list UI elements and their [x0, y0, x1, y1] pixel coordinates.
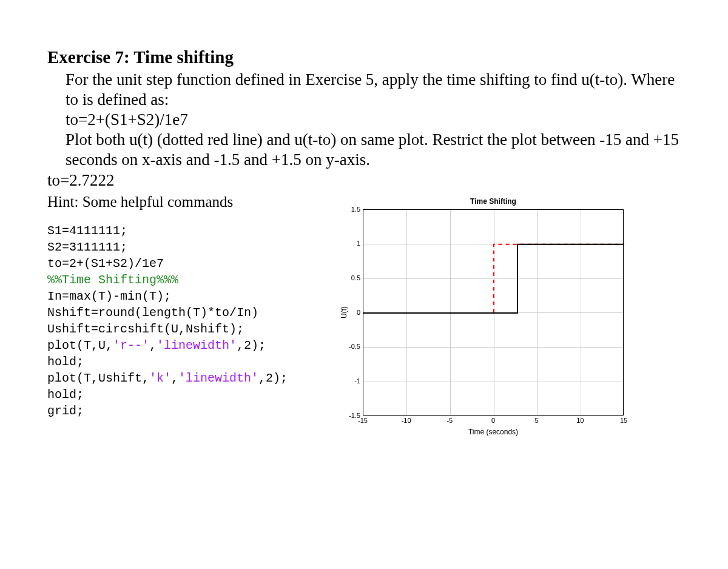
code-line: In=max(T)-min(T); [47, 288, 314, 305]
code-line: Ushift=circshift(U,Nshift); [47, 321, 314, 337]
exercise-heading: Exercise 7: Time shifting [47, 47, 684, 67]
lower-section: S1=4111111; S2=3111111; to=2+(S1+S2)/1e7… [47, 223, 684, 440]
code-block: S1=4111111; S2=3111111; to=2+(S1+S2)/1e7… [47, 223, 314, 440]
plot-svg [363, 210, 623, 415]
ytick-label: -1 [354, 377, 360, 385]
code-line: S1=4111111; [47, 223, 314, 239]
xtick-label: -5 [447, 417, 453, 424]
xtick-label: 10 [576, 417, 584, 424]
code-line-comment: %%Time Shifting%%% [47, 272, 314, 288]
ytick-label: 0.5 [351, 274, 360, 281]
ytick-label: 0 [357, 309, 360, 316]
code-line: to=2+(S1+S2)/1e7 [47, 255, 314, 272]
plot-area [363, 209, 624, 416]
code-line: hold; [47, 354, 314, 370]
time-shifting-chart: Time Shifting Time (seconds) U(t) -1.5-1… [329, 197, 626, 440]
xtick-label: -10 [402, 417, 411, 424]
code-line: Nshift=round(length(T)*to/In) [47, 305, 314, 321]
xtick-label: 0 [491, 417, 495, 424]
code-line: hold; [47, 386, 314, 403]
series-u(t) [363, 244, 624, 312]
body-para-1: For the unit step function defined in Ex… [66, 70, 684, 110]
ytick-label: 1 [357, 240, 360, 247]
xtick-label: 5 [535, 417, 539, 424]
code-line: plot(T,U,'r--','linewidth',2); [47, 337, 314, 354]
body-para-2: Plot both u(t) (dotted red line) and u(t… [66, 130, 684, 170]
ytick-label: 1.5 [351, 206, 360, 213]
chart-area: Time Shifting Time (seconds) U(t) -1.5-1… [314, 197, 684, 440]
code-line: plot(T,Ushift,'k','linewidth',2); [47, 370, 314, 386]
body-eq: to=2+(S1+S2)/1e7 [66, 110, 684, 130]
chart-title: Time Shifting [363, 197, 624, 206]
chart-xlabel: Time (seconds) [363, 428, 624, 436]
to-value: to=2.7222 [47, 171, 684, 190]
xtick-label: -15 [358, 417, 368, 424]
ytick-label: -0.5 [349, 343, 360, 350]
xtick-label: 15 [620, 417, 627, 424]
exercise-body: For the unit step function defined in Ex… [66, 70, 684, 170]
code-line: S2=3111111; [47, 239, 314, 255]
chart-ylabel: U(t) [340, 209, 348, 416]
code-line: grid; [47, 403, 314, 419]
